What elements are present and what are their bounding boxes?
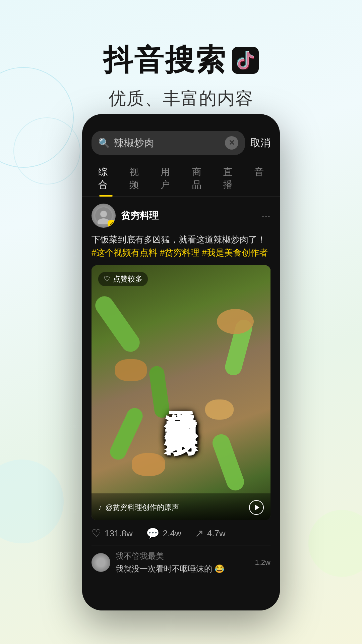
user-row: ✓ 贫穷料理 ··· [92,204,270,228]
video-big-text: 勇的猛辣椒炒肉 [165,386,197,400]
tab-用户[interactable]: 用户 [154,160,182,197]
search-query: 辣椒炒肉 [114,136,221,150]
comment-author: 我不管我最美 [116,551,250,561]
comment-count: 1.2w [255,558,270,567]
title-text: 抖音搜索 [103,40,227,80]
video-bottom-bar: ♪ @贫穷料理创作的原声 [92,495,270,520]
hashtag-2[interactable]: #贫穷料理 [160,248,199,258]
commenter-avatar [92,553,110,572]
shares-count: 4.7w [207,528,226,539]
hashtag-1[interactable]: #这个视频有点料 [92,248,157,258]
comment-text: 我就没一次看时不咽唾沫的 😂 [116,564,250,574]
cancel-button[interactable]: 取消 [250,136,270,150]
search-icon: 🔍 [98,138,110,149]
phone-mockup: 🔍 辣椒炒肉 ✕ 取消 综合 视频 用户 商品 直播 音 [82,114,280,610]
main-title: 抖音搜索 [0,40,362,80]
post-text: 下饭菜到底有多凶猛，就看这道辣椒炒肉了！ #这个视频有点料 #贫穷料理 #我是美… [92,233,270,259]
username[interactable]: 贫穷料理 [121,209,159,222]
tab-商品[interactable]: 商品 [185,160,214,197]
comments-stat[interactable]: 💬 2.4w [146,527,181,540]
tab-直播[interactable]: 直播 [217,160,245,197]
header-area: 抖音搜索 优质、丰富的内容 [0,0,362,130]
verified-badge: ✓ [108,220,116,228]
tab-视频[interactable]: 视频 [123,160,151,197]
avatar: ✓ [92,204,116,228]
search-area: 🔍 辣椒炒肉 ✕ 取消 [82,114,280,160]
tab-综合[interactable]: 综合 [92,160,120,197]
play-button[interactable] [249,500,264,515]
user-info: ✓ 贫穷料理 [92,204,159,228]
bg-decoration-blob-right [308,510,362,577]
audio-text: @贫穷料理创作的原声 [105,502,179,513]
search-bar[interactable]: 🔍 辣椒炒肉 ✕ [92,131,245,155]
video-thumbnail[interactable]: 勇的猛辣椒炒肉 ♡ 点赞较多 ♪ @贫穷料理创作的原声 [92,265,270,520]
audio-info: ♪ @贫穷料理创作的原声 [98,502,179,513]
comment-content: 我不管我最美 我就没一次看时不咽唾沫的 😂 [116,551,250,574]
video-text-overlay: 勇的猛辣椒炒肉 [92,265,270,520]
likes-stat[interactable]: ♡ 131.8w [92,527,133,540]
tiktok-small-icon: ♪ [98,503,102,512]
share-icon: ↗ [195,527,204,540]
play-icon [255,504,259,511]
post-body: 下饭菜到底有多凶猛，就看这道辣椒炒肉了！ [92,234,266,245]
heart-icon-small: ♡ [104,275,110,283]
comment-preview: 我不管我最美 我就没一次看时不咽唾沫的 😂 1.2w [92,545,270,580]
like-badge: ♡ 点赞较多 [98,272,148,286]
phone-screen: 🔍 辣椒炒肉 ✕ 取消 综合 视频 用户 商品 直播 音 [82,114,280,610]
more-options-icon[interactable]: ··· [261,210,270,222]
video-background: 勇的猛辣椒炒肉 ♡ 点赞较多 ♪ @贫穷料理创作的原声 [92,265,270,520]
like-badge-text: 点赞较多 [113,274,142,284]
svg-point-1 [100,211,107,217]
stats-row: ♡ 131.8w 💬 2.4w ↗ 4.7w [92,520,270,545]
bg-decoration-blob-left [0,460,64,543]
heart-icon: ♡ [92,527,101,540]
content-area: ✓ 贫穷料理 ··· 下饭菜到底有多凶猛，就看这道辣椒炒肉了！ #这个视频有点料… [82,197,280,586]
shares-stat[interactable]: ↗ 4.7w [195,527,226,540]
tabs-bar: 综合 视频 用户 商品 直播 音 [82,160,280,197]
comments-count: 2.4w [163,528,181,539]
tiktok-icon [232,47,259,74]
clear-search-button[interactable]: ✕ [225,136,238,150]
comment-icon: 💬 [146,527,160,540]
tab-音[interactable]: 音 [248,160,270,197]
likes-count: 131.8w [105,528,133,539]
hashtag-3[interactable]: #我是美食创作者 [202,248,267,258]
subtitle: 优质、丰富的内容 [0,87,362,110]
